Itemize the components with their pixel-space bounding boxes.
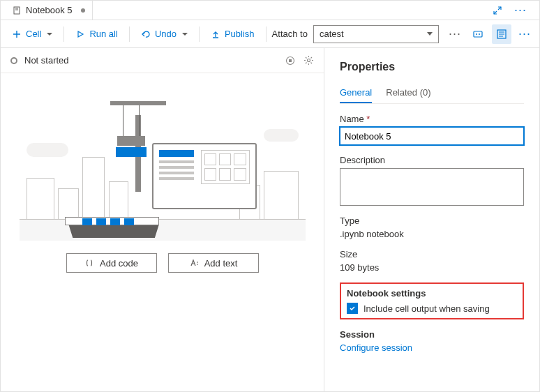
size-value: 109 bytes	[340, 262, 524, 273]
undo-label: Undo	[155, 29, 177, 39]
attach-value: catest	[320, 29, 344, 39]
undo-icon	[141, 29, 151, 39]
name-label: Name *	[340, 114, 524, 124]
tab-related[interactable]: Related (0)	[386, 83, 430, 103]
cell-label: Cell	[26, 29, 41, 39]
svg-point-5	[479, 33, 480, 35]
type-label: Type	[340, 216, 524, 226]
status-text: Not started	[24, 55, 69, 66]
text-icon	[189, 258, 199, 268]
include-output-checkbox[interactable]	[347, 303, 358, 314]
include-output-label: Include cell output when saving	[363, 303, 490, 314]
expand-icon[interactable]	[492, 5, 503, 16]
add-code-label: Add code	[100, 258, 138, 269]
notebook-tab[interactable]: Notebook 5	[5, 1, 93, 20]
svg-rect-3	[474, 31, 482, 37]
size-label: Size	[340, 249, 524, 259]
svg-rect-11	[289, 59, 292, 62]
play-icon	[75, 29, 85, 39]
gear-icon[interactable]	[303, 55, 314, 66]
status-dot-icon	[10, 57, 17, 64]
tab-general[interactable]: General	[340, 83, 372, 103]
svg-point-12	[307, 59, 310, 62]
publish-button[interactable]: Publish	[205, 26, 260, 42]
tab-more-icon[interactable]: ···	[511, 3, 530, 17]
add-text-label: Add text	[204, 258, 238, 269]
code-icon	[84, 258, 94, 268]
toolbar-more-2-icon[interactable]: ···	[516, 27, 534, 41]
tab-title: Notebook 5	[26, 5, 73, 15]
toolbar-more-icon[interactable]: ···	[446, 27, 464, 41]
configure-session-link[interactable]: Configure session	[340, 342, 524, 353]
cell-button[interactable]: Cell	[6, 26, 58, 42]
empty-state-illustration	[20, 87, 306, 241]
notebook-icon	[12, 6, 22, 15]
description-label: Description	[340, 155, 524, 165]
name-input[interactable]	[340, 127, 524, 145]
properties-button[interactable]	[492, 24, 511, 44]
run-all-label: Run all	[89, 29, 117, 39]
run-all-button[interactable]: Run all	[70, 26, 123, 42]
properties-title: Properties	[340, 61, 524, 73]
attach-select[interactable]: catest	[313, 25, 439, 43]
publish-label: Publish	[225, 29, 255, 39]
variables-button[interactable]	[468, 24, 488, 44]
notebook-settings-label: Notebook settings	[347, 288, 517, 299]
stop-icon[interactable]	[285, 55, 296, 66]
add-text-button[interactable]: Add text	[168, 253, 259, 273]
add-code-button[interactable]: Add code	[66, 253, 157, 273]
svg-point-4	[476, 33, 477, 35]
session-label: Session	[340, 329, 524, 340]
plus-icon	[12, 29, 22, 39]
description-input[interactable]	[340, 168, 524, 206]
type-value: .ipynb notebook	[340, 229, 524, 239]
notebook-settings-highlight: Notebook settings Include cell output wh…	[340, 282, 524, 319]
publish-icon	[211, 29, 220, 39]
unsaved-dot-icon	[81, 8, 85, 13]
attach-label: Attach to	[272, 29, 308, 39]
undo-button[interactable]: Undo	[135, 26, 193, 42]
